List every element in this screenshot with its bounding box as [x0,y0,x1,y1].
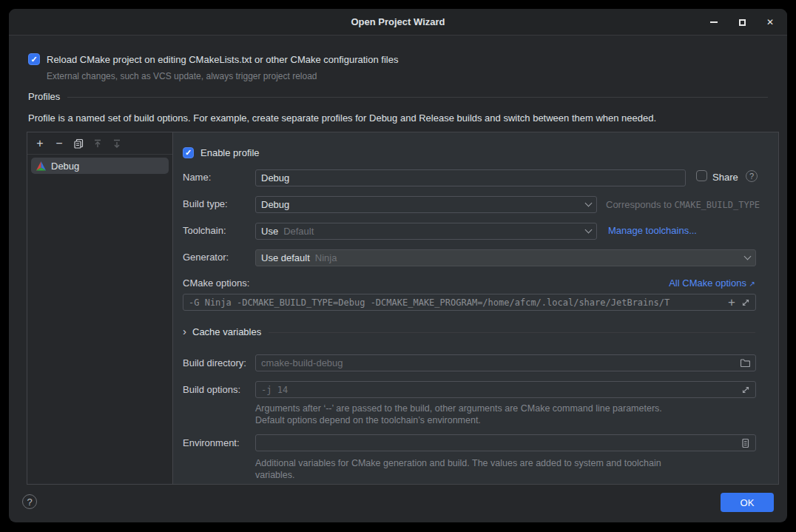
chevron-down-icon [739,257,750,259]
check-icon: ✓ [30,55,37,64]
move-up-button[interactable] [92,138,103,149]
toolchain-placeholder: Default [283,226,314,237]
all-cmake-options-link[interactable]: All CMake options ↗ [669,277,755,289]
profile-list-panel: + − [27,132,173,484]
cache-variables-label: Cache variables [192,326,261,337]
build-options-label: Build options: [183,384,240,395]
open-project-wizard-dialog: Open Project Wizard ✕ ✓ Reload CMake pro… [9,9,787,522]
share-label: Share [712,172,738,183]
remove-profile-button[interactable]: − [54,138,64,149]
manage-toolchains-link[interactable]: Manage toolchains... [608,225,697,236]
move-up-icon [92,138,103,149]
close-icon: ✕ [766,18,774,27]
profile-list-toolbar: + − [27,132,172,155]
profile-list-item-debug[interactable]: Debug [31,158,169,174]
build-type-hint: Corresponds to CMAKE_BUILD_TYPE [606,199,760,210]
add-profile-button[interactable]: + [35,138,45,149]
build-type-value: Debug [261,199,289,210]
minimize-icon [710,21,718,23]
enable-profile-label: Enable profile [200,147,260,158]
chevron-down-icon [580,203,591,206]
cmake-options-input[interactable]: -G Ninja -DCMAKE_BUILD_TYPE=Debug -DCMAK… [183,294,756,311]
copy-icon [73,138,84,149]
external-link-icon: ↗ [749,280,755,288]
copy-profile-button[interactable] [73,138,84,149]
environment-help-2: variables. [255,470,295,480]
enable-profile-checkbox[interactable]: ✓ [183,147,194,158]
profiles-panel: + − [27,132,779,485]
build-options-help-1: Arguments after ‘--’ are passed to the b… [255,403,662,414]
share-help-button[interactable]: ? [746,170,758,182]
cmake-options-label: CMake options: [183,277,249,289]
move-down-button[interactable] [112,138,122,149]
add-option-icon[interactable]: + [728,296,735,309]
help-button[interactable]: ? [22,494,37,509]
title-bar: Open Project Wizard ✕ [9,9,787,36]
environment-help-1: Additional variables for CMake generatio… [255,458,661,468]
move-down-icon [112,138,122,149]
name-value: Debug [261,172,289,183]
ok-button[interactable]: OK [721,493,774,512]
build-type-hint-code: CMAKE_BUILD_TYPE [675,200,760,210]
profiles-section-header: Profiles [28,91,768,102]
profiles-header-line [67,97,768,98]
help-icon: ? [27,496,32,508]
generator-value: Use default [261,252,310,263]
build-directory-label: Build directory: [183,357,246,368]
build-directory-input[interactable]: cmake-build-debug [255,354,756,371]
window-controls: ✕ [709,9,775,36]
environment-input[interactable] [255,434,756,451]
build-options-input[interactable]: -j 14 [255,381,756,398]
generator-placeholder: Ninja [315,252,337,263]
expand-icon[interactable] [741,385,750,394]
build-options-placeholder: -j 14 [261,385,288,395]
enable-profile-row: ✓ Enable profile [183,147,260,158]
expand-icon[interactable] [741,298,750,307]
toolchain-select[interactable]: Use Default [255,223,597,240]
add-icon: + [36,138,43,149]
cache-variables-line [269,332,755,333]
minimize-button[interactable] [709,17,719,27]
cmake-options-value: -G Ninja -DCMAKE_BUILD_TYPE=Debug -DCMAK… [189,297,669,308]
cache-variables-toggle[interactable]: › Cache variables [183,326,755,337]
generator-select[interactable]: Use default Ninja [255,249,756,266]
name-input[interactable]: Debug [255,169,686,186]
build-directory-placeholder: cmake-build-debug [261,357,343,368]
name-label: Name: [183,172,211,183]
cmake-icon [36,161,47,172]
reload-cmake-label: Reload CMake project on editing CMakeLis… [47,54,398,65]
window-title: Open Project Wizard [351,16,445,27]
chevron-down-icon [580,230,591,232]
maximize-button[interactable] [737,17,747,27]
build-options-help-2: Default options depend on the toolchain’… [255,415,481,425]
close-button[interactable]: ✕ [765,17,775,27]
environment-label: Environment: [183,437,240,448]
maximize-icon [739,19,746,26]
build-type-hint-text: Corresponds to [606,199,675,210]
reload-cmake-checkbox[interactable]: ✓ [28,53,40,65]
generator-label: Generator: [183,252,229,263]
build-type-label: Build type: [183,198,228,209]
profile-form-panel: ✓ Enable profile Name: Debug Share ? Bui… [173,132,778,484]
remove-icon: − [55,138,62,149]
check-icon: ✓ [185,148,192,158]
profile-list: Debug [27,155,172,177]
variables-list-icon[interactable] [741,438,750,448]
share-checkbox[interactable] [696,170,707,181]
profiles-header-label: Profiles [28,91,60,102]
build-type-select[interactable]: Debug [255,196,597,213]
toolchain-value: Use [261,226,278,237]
chevron-right-icon: › [183,325,186,337]
all-cmake-options-text: All CMake options [669,277,746,289]
profiles-description: Profile is a named set of build options.… [28,112,656,124]
profile-item-label: Debug [51,161,79,172]
toolchain-label: Toolchain: [183,225,226,236]
reload-cmake-comment: External changes, such as VCS update, al… [47,71,317,81]
folder-icon[interactable] [740,358,750,368]
reload-cmake-row: ✓ Reload CMake project on editing CMakeL… [28,53,398,65]
help-icon: ? [749,172,754,181]
